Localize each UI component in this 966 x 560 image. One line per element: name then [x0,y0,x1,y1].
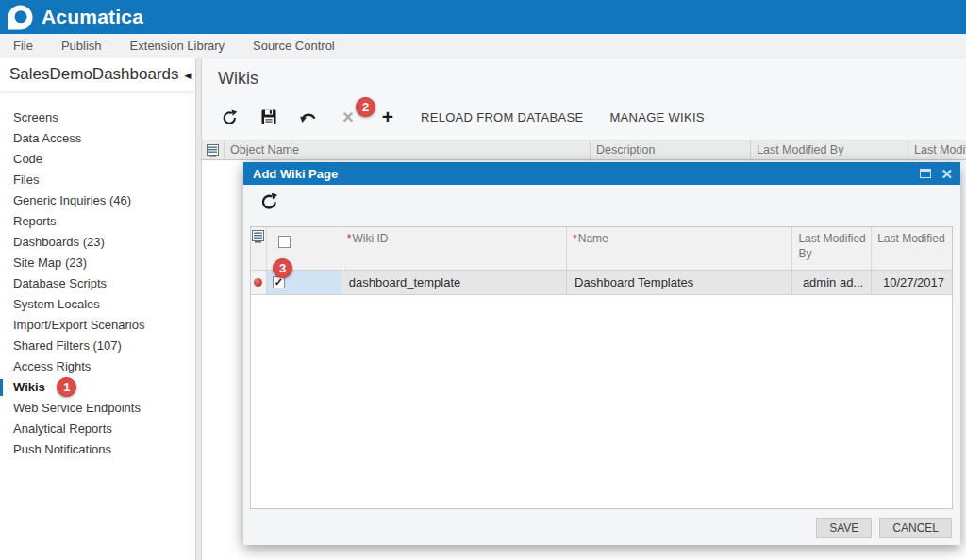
dialog-toolbar [260,192,278,214]
cancel-button[interactable]: CANCEL [879,518,952,538]
close-icon[interactable]: ✕ [941,167,953,181]
refresh-button[interactable] [221,109,238,125]
sidebar-item-shared-filters[interactable]: Shared Filters (107) [0,336,195,356]
last-modified-cell: 10/27/2017 [871,271,952,294]
column-label: Wiki ID [352,232,388,245]
main-toolbar: ✕ + RELOAD FROM DATABASE MANAGE WIKIS [209,97,718,137]
wiki-selection-grid: *Wiki ID *Name Last Modified By Last Mod… [250,226,953,509]
save-button[interactable]: SAVE [816,518,872,538]
page-title: Wikis [218,69,258,89]
refresh-icon [222,109,238,125]
collapse-sidebar-icon[interactable]: ◀ [180,65,195,85]
sidebar-item-generic-inquiries[interactable]: Generic Inquiries (46) [0,190,195,211]
wiki-id-cell: dashboard_template [341,271,566,294]
sidebar-item-data-access[interactable]: Data Access [0,128,195,149]
column-label: Last Modified [877,232,944,245]
refresh-icon [260,192,278,210]
sidebar-item-analytical-reports[interactable]: Analytical Reports [0,419,195,439]
dialog-footer: SAVE CANCEL [808,518,952,538]
grid-settings-icon[interactable] [251,227,266,270]
dialog-title: Add Wiki Page [253,167,920,181]
menu-publish[interactable]: Publish [61,39,102,53]
menu-source-control[interactable]: Source Control [253,39,335,53]
column-header-last-modified[interactable]: Last Modified [871,227,952,270]
grid-settings-icon[interactable] [202,140,224,159]
add-wiki-page-dialog: Add Wiki Page ✕ [243,162,960,545]
menu-extension-library[interactable]: Extension Library [130,39,225,53]
table-row[interactable]: ✓ dashboard_template Dashboard Templates… [251,271,952,295]
sidebar-item-reports[interactable]: Reports [0,211,195,232]
menu-bar: File Publish Extension Library Source Co… [0,34,966,58]
column-label: Last Modified By [798,232,865,260]
sidebar-item-push-notifications[interactable]: Push Notifications [0,439,195,460]
sidebar-item-dashboards[interactable]: Dashboards (23) [0,232,195,253]
reload-from-database-button[interactable]: RELOAD FROM DATABASE [421,110,583,124]
column-header-name[interactable]: *Name [566,227,791,270]
project-sidebar: SalesDemoDashboards ◀ Screens Data Acces… [0,58,195,560]
last-modified-by-cell: admin ad... [791,271,871,294]
sidebar-item-web-service-endpoints[interactable]: Web Service Endpoints [0,398,195,419]
row-status-cell [251,271,266,294]
annotation-step-1: 1 [57,377,76,397]
select-all-checkbox[interactable] [278,236,291,248]
column-header-wiki-id[interactable]: *Wiki ID [341,227,566,270]
project-title-bar: SalesDemoDashboards ◀ [0,58,195,91]
brand-name: Acumatica [42,6,143,28]
required-asterisk: * [347,232,352,245]
sidebar-item-label: Wikis [13,380,45,394]
top-bar: Acumatica [0,0,966,34]
dialog-header[interactable]: Add Wiki Page ✕ [243,162,960,185]
maximize-icon[interactable] [920,169,931,178]
name-cell: Dashboard Templates [566,271,791,294]
sidebar-item-database-scripts[interactable]: Database Scripts [0,273,195,294]
column-header-description[interactable]: Description [590,140,750,159]
column-header-object-name[interactable]: Object Name [224,140,590,159]
wikis-grid-header: Object Name Description Last Modified By… [202,140,966,160]
required-asterisk: * [573,232,577,245]
sidebar-item-system-locales[interactable]: System Locales [0,294,195,315]
save-icon [261,109,276,124]
project-tree: Screens Data Access Code Files Generic I… [0,91,195,460]
add-button[interactable]: + [379,108,396,125]
sidebar-item-site-map[interactable]: Site Map (23) [0,253,195,273]
selection-grid-header: *Wiki ID *Name Last Modified By Last Mod… [251,227,952,271]
delete-button[interactable]: ✕ [340,108,357,126]
acumatica-logo-icon [8,5,33,30]
sidebar-item-wikis[interactable]: Wikis 1 [0,377,195,398]
sidebar-item-files[interactable]: Files [0,170,195,190]
column-header-last-modified-by[interactable]: Last Modified By [750,140,908,159]
sidebar-item-screens[interactable]: Screens [0,107,195,128]
manage-wikis-button[interactable]: MANAGE WIKIS [609,110,704,124]
column-label: Name [578,232,608,245]
menu-file[interactable]: File [13,39,33,53]
undo-button[interactable] [300,111,317,124]
dialog-refresh-button[interactable] [260,192,278,210]
annotation-step-2: 2 [356,97,375,117]
project-title: SalesDemoDashboards [9,65,179,84]
app-window: Acumatica File Publish Extension Library… [0,0,966,560]
save-button[interactable] [260,109,277,124]
column-header-last-modified-by[interactable]: Last Modified By [791,227,871,270]
annotation-step-3: 3 [273,258,292,278]
modified-row-icon [254,278,262,287]
column-header-last-modified[interactable]: Last Modified [908,140,966,159]
undo-icon [300,111,317,124]
sidebar-item-code[interactable]: Code [0,149,195,170]
sidebar-item-access-rights[interactable]: Access Rights [0,356,195,377]
sidebar-splitter[interactable] [195,58,202,560]
sidebar-item-import-export-scenarios[interactable]: Import/Export Scenarios [0,315,195,336]
